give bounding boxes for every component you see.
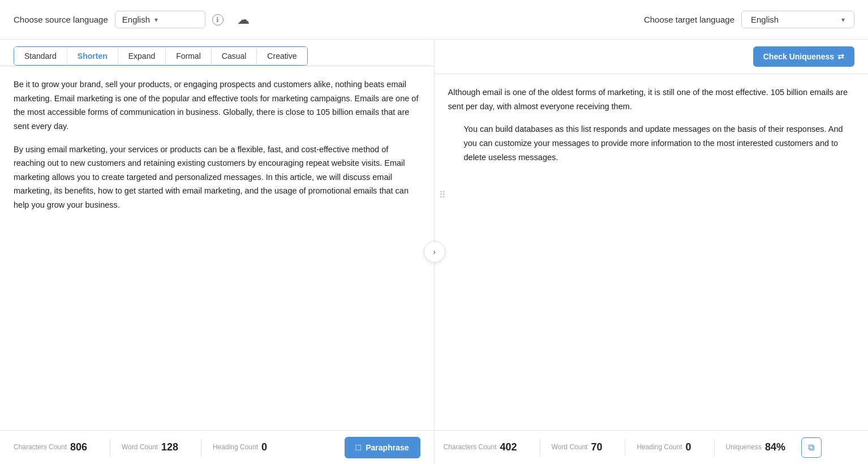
left-heading-value: 0 (261, 441, 267, 453)
target-text-area[interactable]: Although email is one of the oldest form… (435, 74, 869, 430)
target-paragraph-1: Although email is one of the oldest form… (448, 85, 855, 113)
left-chars-value: 806 (70, 441, 87, 453)
copy-button[interactable]: ⧉ (801, 437, 822, 458)
target-language-value: English (751, 15, 779, 24)
tab-formal[interactable]: Formal (166, 47, 212, 65)
right-heading-label: Heading Count (637, 443, 682, 452)
target-language-label: Choose target language (644, 15, 734, 24)
stat-divider-2 (201, 439, 201, 456)
left-heading-stat: Heading Count 0 (213, 441, 278, 453)
target-language-chevron-icon: ▾ (841, 16, 845, 24)
top-bar: Choose source language English ▾ ℹ ☁ Cho… (0, 0, 868, 40)
source-language-chevron-icon: ▾ (154, 16, 158, 24)
info-icon[interactable]: ℹ (212, 14, 224, 25)
target-language-select[interactable]: English ▾ (741, 11, 854, 28)
left-heading-label: Heading Count (213, 443, 258, 452)
paraphrase-label: Paraphrase (366, 443, 409, 452)
right-stat-divider-3 (714, 439, 715, 456)
right-chars-value: 402 (500, 441, 517, 453)
cloud-upload-icon[interactable]: ☁ (237, 12, 250, 27)
check-uniqueness-label: Check Uniqueness (763, 52, 834, 61)
right-stat-divider-1 (540, 439, 540, 456)
stat-divider-1 (110, 439, 110, 456)
tab-expand[interactable]: Expand (118, 47, 166, 65)
tab-casual[interactable]: Casual (212, 47, 257, 65)
left-word-stat: Word Count 128 (122, 441, 190, 453)
source-language-label: Choose source language (14, 15, 108, 24)
right-uniqueness-label: Uniqueness (726, 443, 762, 452)
drag-handle-icon[interactable]: ⠿ (439, 187, 446, 203)
right-chars-label: Characters Count (444, 443, 497, 452)
left-chars-label: Characters Count (14, 443, 67, 452)
right-heading-value: 0 (686, 441, 691, 453)
left-footer: Characters Count 806 Word Count 128 Head… (0, 430, 434, 464)
copy-icon: ⧉ (808, 442, 814, 453)
left-chars-stat: Characters Count 806 (14, 441, 98, 453)
right-chars-stat: Characters Count 402 (444, 441, 528, 453)
mode-tabs: Standard Shorten Expand Formal Casual Cr… (14, 46, 308, 66)
right-uniqueness-value: 84% (765, 441, 785, 453)
tab-standard[interactable]: Standard (14, 47, 67, 65)
left-word-value: 128 (161, 441, 178, 453)
source-paragraph-1: Be it to grow your brand, sell your prod… (14, 78, 420, 134)
right-heading-stat: Heading Count 0 (637, 441, 702, 453)
tabs-container: Standard Shorten Expand Formal Casual Cr… (0, 40, 434, 66)
tab-creative[interactable]: Creative (257, 47, 307, 65)
paraphrase-button[interactable]: □ Paraphrase (345, 437, 420, 458)
target-paragraph-2: You can build databases as this list res… (448, 122, 855, 164)
right-word-value: 70 (591, 441, 602, 453)
tab-shorten[interactable]: Shorten (67, 47, 118, 65)
main-content: Standard Shorten Expand Formal Casual Cr… (0, 40, 868, 464)
right-top-bar: Check Uniqueness ⇄ (435, 40, 869, 74)
right-panel: Check Uniqueness ⇄ Although email is one… (435, 40, 869, 464)
right-stat-divider-2 (625, 439, 625, 456)
source-language-select[interactable]: English ▾ (115, 11, 205, 28)
paraphrase-icon: □ (356, 442, 362, 453)
source-text-area[interactable]: Be it to grow your brand, sell your prod… (0, 66, 434, 430)
right-word-label: Word Count (552, 443, 588, 452)
swap-arrow-button[interactable]: › (424, 241, 445, 263)
right-word-stat: Word Count 70 (552, 441, 614, 453)
right-footer: Characters Count 402 Word Count 70 Headi… (435, 430, 869, 464)
check-uniqueness-arrows-icon: ⇄ (837, 52, 844, 61)
source-language-value: English (122, 15, 150, 24)
check-uniqueness-button[interactable]: Check Uniqueness ⇄ (753, 46, 854, 67)
right-uniqueness-stat: Uniqueness 84% (726, 441, 797, 453)
left-panel: Standard Shorten Expand Formal Casual Cr… (0, 40, 435, 464)
source-paragraph-2: By using email marketing, your services … (14, 143, 420, 212)
left-word-label: Word Count (122, 443, 158, 452)
